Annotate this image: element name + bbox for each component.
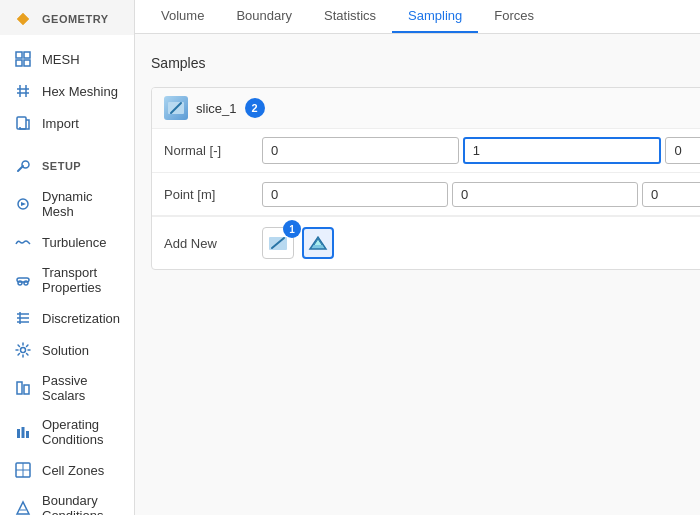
sidebar-item-cell-zones[interactable]: Cell Zones	[0, 454, 134, 486]
badge-2: 2	[245, 98, 265, 118]
tab-sampling[interactable]: Sampling	[392, 0, 478, 33]
tab-forces[interactable]: Forces	[478, 0, 550, 33]
point-row: Point [m]	[152, 173, 700, 216]
cell-icon	[14, 461, 32, 479]
sidebar: GEOMETRY MESH Hex Meshing	[0, 0, 135, 515]
samples-title: Samples	[151, 55, 205, 71]
wrench-icon	[14, 157, 32, 175]
sidebar-item-dynamic-mesh[interactable]: Dynamic Mesh	[0, 182, 134, 226]
normal-y-input[interactable]	[463, 137, 662, 164]
slice-icon	[164, 96, 188, 120]
normal-x-input[interactable]	[262, 137, 459, 164]
svg-rect-8	[17, 117, 26, 129]
point-z-input[interactable]	[642, 182, 700, 207]
svg-rect-19	[24, 385, 29, 394]
normal-row: Normal [-]	[152, 129, 700, 173]
svg-point-11	[18, 281, 22, 285]
tab-boundary[interactable]: Boundary	[220, 0, 308, 33]
normal-inputs	[262, 137, 700, 164]
scalars-icon	[14, 379, 32, 397]
hex-meshing-label: Hex Meshing	[42, 84, 118, 99]
normal-z-input[interactable]	[665, 137, 700, 164]
bar-chart-icon	[14, 423, 32, 441]
slice-name: slice_1	[196, 101, 236, 116]
sidebar-section-setup[interactable]: SETUP	[0, 147, 134, 182]
sidebar-item-transport-properties[interactable]: Transport Properties	[0, 258, 134, 302]
passive-scalars-label: Passive Scalars	[42, 373, 120, 403]
dynamic-icon	[14, 195, 32, 213]
cell-zones-label: Cell Zones	[42, 463, 104, 478]
tabs-bar: Volume Boundary Statistics Sampling Forc…	[135, 0, 700, 34]
sidebar-item-solution[interactable]: Solution	[0, 334, 134, 366]
sidebar-item-boundary-conditions[interactable]: Boundary Conditions	[0, 486, 134, 515]
sidebar-section-geometry[interactable]: GEOMETRY	[0, 0, 134, 35]
samples-header: Samples U αHDPE Fields ▼	[151, 50, 700, 75]
boundary-icon	[14, 499, 32, 515]
slice-header: slice_1 2 ⋮	[152, 88, 700, 129]
sidebar-item-operating-conditions[interactable]: Operating Conditions	[0, 410, 134, 454]
svg-rect-20	[17, 429, 20, 438]
svg-point-17	[21, 348, 26, 353]
import-label: Import	[42, 116, 79, 131]
operating-conditions-label: Operating Conditions	[42, 417, 120, 447]
disc-icon	[14, 309, 32, 327]
sidebar-item-turbulence[interactable]: Turbulence	[0, 226, 134, 258]
add-surface-button[interactable]	[302, 227, 334, 259]
point-inputs	[262, 182, 700, 207]
import-icon	[14, 114, 32, 132]
sidebar-item-discretization[interactable]: Discretization	[0, 302, 134, 334]
svg-rect-1	[24, 52, 30, 58]
grid-icon	[14, 50, 32, 68]
badge-1: 1	[283, 220, 301, 238]
turbulence-label: Turbulence	[42, 235, 107, 250]
svg-rect-0	[16, 52, 22, 58]
hashtag-icon	[14, 82, 32, 100]
solution-label: Solution	[42, 343, 89, 358]
svg-rect-18	[17, 382, 22, 394]
dynamic-mesh-label: Dynamic Mesh	[42, 189, 120, 219]
gear-icon	[14, 341, 32, 359]
sidebar-item-passive-scalars[interactable]: Passive Scalars	[0, 366, 134, 410]
svg-rect-2	[16, 60, 22, 66]
discretization-label: Discretization	[42, 311, 120, 326]
svg-rect-22	[26, 431, 29, 438]
setup-label: SETUP	[42, 160, 81, 172]
svg-rect-21	[22, 427, 25, 438]
transport-icon	[14, 271, 32, 289]
point-x-input[interactable]	[262, 182, 448, 207]
sidebar-item-mesh[interactable]: MESH	[0, 43, 134, 75]
slice-header-left: slice_1 2	[164, 96, 264, 120]
main-content: Volume Boundary Statistics Sampling Forc…	[135, 0, 700, 515]
sampling-content: Samples U αHDPE Fields ▼	[135, 34, 700, 515]
add-slice-button[interactable]: 1	[262, 227, 294, 259]
add-new-label: Add New	[164, 236, 254, 251]
sidebar-item-hex-meshing[interactable]: Hex Meshing	[0, 75, 134, 107]
tab-statistics[interactable]: Statistics	[308, 0, 392, 33]
mesh-label: MESH	[42, 52, 80, 67]
point-label: Point [m]	[164, 187, 254, 202]
normal-label: Normal [-]	[164, 143, 254, 158]
tab-volume[interactable]: Volume	[145, 0, 220, 33]
wave-icon	[14, 233, 32, 251]
svg-rect-3	[24, 60, 30, 66]
add-new-row: Add New 1	[152, 216, 700, 269]
geometry-label: GEOMETRY	[42, 13, 109, 25]
sidebar-item-import[interactable]: Import	[0, 107, 134, 139]
svg-point-12	[24, 281, 28, 285]
point-y-input[interactable]	[452, 182, 638, 207]
transport-properties-label: Transport Properties	[42, 265, 120, 295]
boundary-conditions-label: Boundary Conditions	[42, 493, 120, 515]
diamond-icon	[14, 10, 32, 28]
slice-panel: slice_1 2 ⋮ Normal [-] Point [m]	[151, 87, 700, 270]
